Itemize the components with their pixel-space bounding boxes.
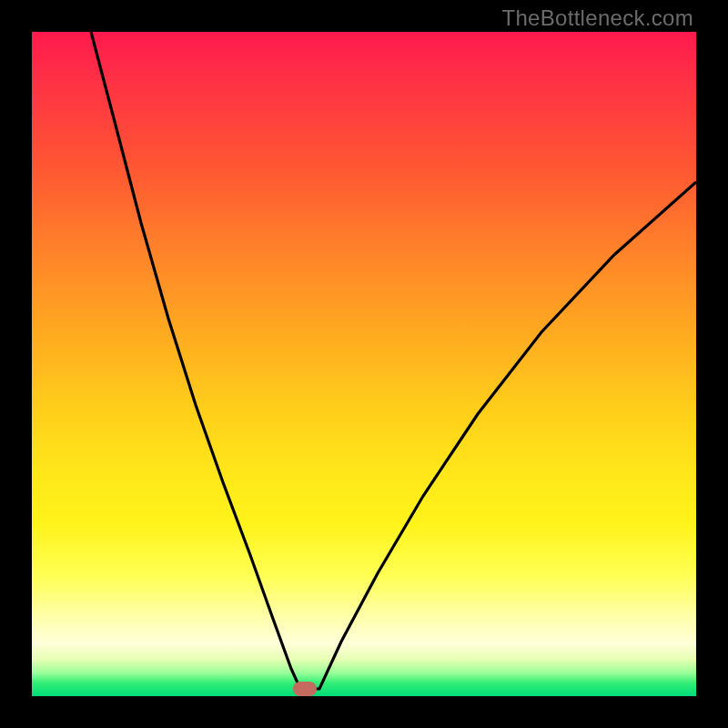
curve-path [91, 32, 696, 689]
watermark-text: TheBottleneck.com [501, 5, 693, 31]
outer-frame: TheBottleneck.com [0, 0, 728, 728]
bottleneck-curve [32, 32, 696, 696]
plot-area [32, 32, 696, 696]
optimal-point-marker [293, 682, 317, 696]
